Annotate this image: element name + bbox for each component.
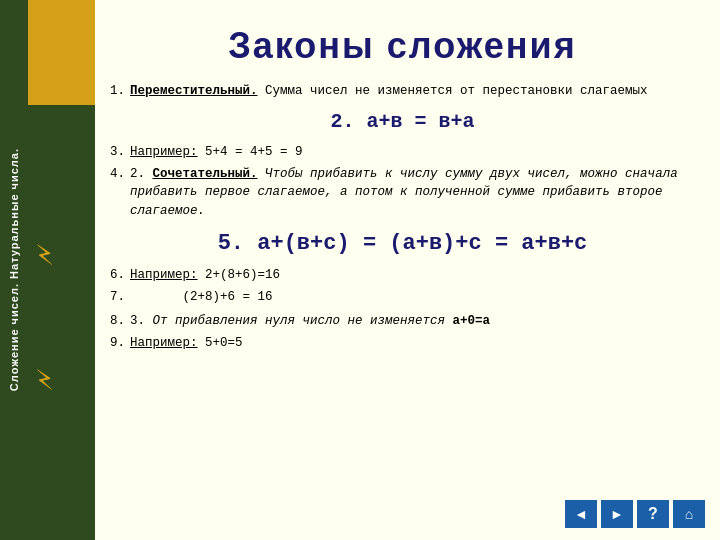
gold-accent <box>28 0 95 105</box>
item-text-1: Переместительный. Сумма чисел не изменяе… <box>130 82 695 101</box>
lightning-icon-2: ⚡ <box>35 360 54 400</box>
item-num-7: 7. <box>110 288 130 307</box>
main-content: Законы сложения 1. Переместительный. Сум… <box>100 10 715 540</box>
law-item-7: 7. (2+8)+6 = 16 <box>110 288 695 307</box>
item-text-9: Например: 5+0=5 <box>130 334 695 353</box>
law-item-1: 1. Переместительный. Сумма чисел не изме… <box>110 82 695 101</box>
law-content: 1. Переместительный. Сумма чисел не изме… <box>110 82 695 353</box>
item-num-6: 6. <box>110 266 130 285</box>
item-num-1: 1. <box>110 82 130 101</box>
page-title: Законы сложения <box>110 25 695 67</box>
forward-button[interactable]: ► <box>601 500 633 528</box>
law-item-6: 6. Например: 2+(8+6)=16 <box>110 266 695 285</box>
formula-1: 2. а+в = в+а <box>110 107 695 137</box>
page: Сложение чисел. Натуральные числа. ⚡ ⚡ З… <box>0 0 720 540</box>
help-button[interactable]: ? <box>637 500 669 528</box>
law-item-4: 4. 2. Сочетательный. Чтобы прибавить к ч… <box>110 165 695 221</box>
sidebar-bar: Сложение чисел. Натуральные числа. <box>0 0 28 540</box>
item-text-3: Например: 5+4 = 4+5 = 9 <box>130 143 695 162</box>
item-num-4: 4. <box>110 165 130 221</box>
item-text-7: (2+8)+6 = 16 <box>130 288 695 307</box>
item-num-8: 8. <box>110 312 130 331</box>
item-num-9: 9. <box>110 334 130 353</box>
back-button[interactable]: ◄ <box>565 500 597 528</box>
sidebar-text: Сложение чисел. Натуральные числа. <box>8 148 20 391</box>
lightning-icon-1: ⚡ <box>35 235 54 275</box>
home-button[interactable]: ⌂ <box>673 500 705 528</box>
item-text-6: Например: 2+(8+6)=16 <box>130 266 695 285</box>
formula-2: 5. а+(в+с) = (а+в)+с = а+в+с <box>110 227 695 260</box>
law-item-3: 3. Например: 5+4 = 4+5 = 9 <box>110 143 695 162</box>
nav-buttons: ◄ ► ? ⌂ <box>565 500 705 528</box>
item-num-3: 3. <box>110 143 130 162</box>
item-text-4: 2. Сочетательный. Чтобы прибавить к числ… <box>130 165 695 221</box>
law-item-9: 9. Например: 5+0=5 <box>110 334 695 353</box>
law-item-8: 8. 3. От прибавления нуля число не измен… <box>110 312 695 331</box>
green-accent <box>28 105 95 540</box>
item-text-8: 3. От прибавления нуля число не изменяет… <box>130 312 695 331</box>
